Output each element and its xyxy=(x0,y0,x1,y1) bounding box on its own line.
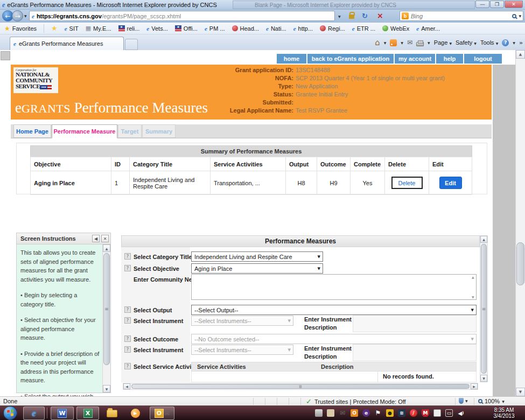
help-icon[interactable] xyxy=(124,335,131,342)
blue-tray-icon[interactable]: ≋ xyxy=(398,409,405,417)
help-icon[interactable] xyxy=(124,265,131,271)
tab-home-page[interactable]: Home Page xyxy=(13,124,51,138)
nav-back-to-egrants[interactable]: back to eGrants application xyxy=(307,54,394,64)
output-select[interactable]: --Select Output-- xyxy=(191,305,477,315)
scrollbar-thumb[interactable] xyxy=(516,242,524,285)
lock-tray-icon[interactable]: ● xyxy=(386,409,394,417)
taskbar-media-player-button[interactable] xyxy=(126,407,144,420)
start-button[interactable] xyxy=(3,406,17,420)
taskbar-explorer-button[interactable] xyxy=(103,407,121,420)
antivirus-tray-icon[interactable]: / xyxy=(410,409,417,417)
clipboard-tray-icon[interactable] xyxy=(433,409,441,417)
favorite-link[interactable]: reli... xyxy=(118,25,140,32)
favorite-link[interactable]: PM ... xyxy=(205,25,225,32)
help-icon[interactable] xyxy=(502,39,509,46)
instructions-scrollbar[interactable] xyxy=(102,244,110,393)
favorite-link[interactable]: Nati... xyxy=(266,25,286,32)
taskbar-outlook-button[interactable] xyxy=(150,407,174,420)
help-icon[interactable] xyxy=(124,363,131,369)
flag-tray-icon[interactable] xyxy=(374,409,382,417)
favorite-link[interactable]: ETR ... xyxy=(352,25,375,32)
favorite-link[interactable]: Head... xyxy=(232,25,259,32)
favorite-link[interactable]: Regi... xyxy=(320,25,345,32)
help-icon[interactable] xyxy=(124,346,131,353)
address-bar[interactable]: https://egrants.cns.gov/egrantsPM/page_s… xyxy=(29,11,335,21)
tools-menu[interactable]: Tools xyxy=(480,39,498,46)
address-dropdown-icon[interactable] xyxy=(336,11,343,22)
add-favorite-button[interactable] xyxy=(51,24,58,32)
scroll-down-icon[interactable] xyxy=(103,385,110,393)
scroll-up-icon[interactable] xyxy=(516,50,525,59)
speaker-icon[interactable]: ◀) xyxy=(457,409,465,417)
new-tab-button[interactable] xyxy=(125,39,138,50)
scroll-down-icon[interactable] xyxy=(480,375,487,382)
nav-my-account[interactable]: my account xyxy=(395,54,435,64)
search-dropdown-icon[interactable] xyxy=(519,14,521,18)
orange-o-tray-icon[interactable]: O xyxy=(351,409,358,417)
network-tray-icon[interactable]: ▭ xyxy=(445,409,453,417)
close-icon[interactable]: ✕ xyxy=(101,235,109,242)
help-icon[interactable] xyxy=(124,317,131,324)
favorite-link[interactable]: Offi... xyxy=(175,25,198,32)
community-need-textarea[interactable] xyxy=(191,274,477,300)
form-vertical-scrollbar[interactable] xyxy=(480,235,488,382)
nav-help[interactable]: help xyxy=(436,54,463,64)
outcome-select[interactable]: --No Outcome selected-- xyxy=(191,334,477,344)
scroll-right-icon[interactable] xyxy=(471,383,478,389)
close-button[interactable]: ✕ xyxy=(505,1,523,8)
favorite-link[interactable]: My.E... xyxy=(86,25,111,32)
home-dropdown-icon[interactable] xyxy=(384,41,387,45)
history-dropdown-icon[interactable] xyxy=(24,14,27,18)
taskbar-word-button[interactable] xyxy=(51,407,74,420)
refresh-button[interactable] xyxy=(360,10,370,21)
taskbar-excel-button[interactable] xyxy=(76,407,99,420)
taskbar-clock[interactable]: 8:35 AM 3/4/2013 xyxy=(485,407,523,419)
tab-performance-measure[interactable]: Performance Measure xyxy=(52,124,117,138)
scroll-up-icon[interactable] xyxy=(103,244,110,252)
print-dropdown-icon[interactable] xyxy=(428,41,430,45)
collapse-icon[interactable] xyxy=(92,235,100,242)
mcafee-shield-icon[interactable]: M xyxy=(422,409,429,417)
printer-tray-icon[interactable] xyxy=(315,409,323,417)
read-mail-icon[interactable] xyxy=(407,39,412,46)
stop-button[interactable] xyxy=(375,10,386,21)
form-horizontal-scrollbar[interactable] xyxy=(123,383,478,390)
zoom-control[interactable]: 100% xyxy=(478,398,505,404)
minimize-button[interactable]: — xyxy=(475,1,489,8)
nav-home[interactable]: home xyxy=(277,54,306,64)
user-tray-icon[interactable] xyxy=(327,409,334,417)
nav-logout[interactable]: logout xyxy=(464,54,502,64)
print-icon[interactable] xyxy=(416,42,424,46)
favorites-button[interactable]: Favorites xyxy=(4,25,37,32)
protected-mode-button[interactable] xyxy=(459,398,468,404)
search-icon[interactable] xyxy=(512,14,516,18)
safety-menu[interactable]: Safety xyxy=(456,39,477,46)
scroll-up-icon[interactable] xyxy=(480,236,487,243)
delete-button[interactable]: Delete xyxy=(391,177,423,189)
feeds-dropdown-icon[interactable] xyxy=(401,41,403,45)
forward-button[interactable] xyxy=(12,10,23,22)
page-menu[interactable]: Page xyxy=(434,39,452,46)
scrollbar-thumb[interactable] xyxy=(481,244,487,374)
help-dropdown-icon[interactable] xyxy=(513,41,515,45)
help-icon[interactable] xyxy=(124,253,131,260)
favorite-link[interactable]: SIT xyxy=(65,25,79,32)
favorite-link[interactable]: Amer... xyxy=(416,25,440,32)
security-zone-status[interactable]: Trusted sites | Protected Mode: Off xyxy=(306,397,406,405)
browser-tab[interactable]: eGrants Performance Measures xyxy=(10,37,124,50)
taskbar-ie-button[interactable] xyxy=(23,407,45,420)
help-icon[interactable] xyxy=(124,306,131,313)
favorite-link[interactable]: http... xyxy=(293,25,313,32)
edit-button[interactable]: Edit xyxy=(439,177,462,189)
feeds-icon[interactable] xyxy=(390,39,397,46)
search-box[interactable]: b Bing xyxy=(400,11,523,21)
home-icon[interactable] xyxy=(375,38,380,47)
search-input[interactable]: Bing xyxy=(411,13,510,19)
scrollbar-thumb[interactable] xyxy=(103,253,110,365)
scrollbar-thumb[interactable] xyxy=(131,384,470,389)
purple-e-tray-icon[interactable]: e xyxy=(362,409,370,417)
scroll-down-icon[interactable] xyxy=(516,388,525,396)
mail-tray-icon[interactable] xyxy=(339,409,346,417)
favorite-link[interactable]: Vets... xyxy=(146,25,167,32)
chevron-icon[interactable] xyxy=(519,39,523,46)
